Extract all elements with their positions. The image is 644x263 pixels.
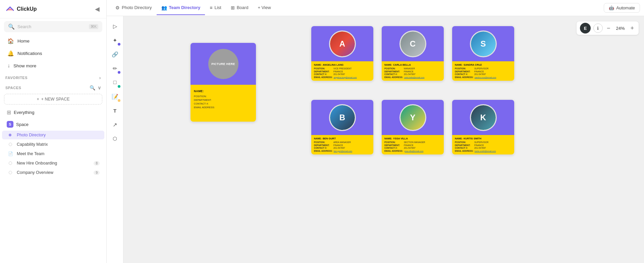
arrow-icon: ↗ <box>113 122 117 128</box>
profile-card-carla-bella: C NAME: CARLA BELLA POSITION: MANAGER DE… <box>382 26 444 81</box>
card-bottom-carla-bella: NAME: CARLA BELLA POSITION: MANAGER DEPA… <box>382 61 444 81</box>
template-card-bottom: NAME: POSITION: DEPARTMENT: CONTACT #: E… <box>191 85 256 122</box>
add-icon: ✦ <box>113 37 117 44</box>
sidebar-header: ClickUp ◀ <box>0 0 106 18</box>
plus-icon: + <box>37 97 39 102</box>
tool-pen[interactable]: ✏ <box>109 62 121 74</box>
profile-card-angelina-lang: A NAME: ANGELINA LANG POSITION: VICE PRE… <box>311 26 373 81</box>
sidebar-item-space[interactable]: S Space <box>2 119 104 130</box>
tool-add[interactable]: ✦ <box>109 34 121 46</box>
card-top-angelina-lang: A <box>311 26 373 61</box>
template-card-top: PICTURE HERE <box>191 43 256 85</box>
tool-shape[interactable]: □ <box>109 76 121 88</box>
shape-dot <box>118 85 120 88</box>
sidebar-item-everything[interactable]: ⊞ Everything <box>2 107 104 118</box>
tab-photo-directory[interactable]: ⚙ Photo Directory <box>111 1 157 15</box>
home-icon: 🏠 <box>7 38 14 44</box>
card-bottom-angelina-lang: NAME: ANGELINA LANG POSITION: VICE PRESI… <box>311 61 373 81</box>
zoom-plus-button[interactable]: + <box>629 24 635 32</box>
search-placeholder: Search <box>17 24 86 29</box>
email-link-angelina-lang[interactable]: angelina.lang@email.com <box>334 76 357 78</box>
email-link-yssa-villa[interactable]: yssa.villa@email.com <box>404 150 424 152</box>
sidebar-item-capability-matrix[interactable]: Capability Matrix <box>2 140 104 149</box>
settings-icon: ⚙ <box>115 5 120 10</box>
arrow-down-icon: ↓ <box>7 63 10 69</box>
zoom-level: 24% <box>614 26 626 31</box>
tab-list[interactable]: ≡ List <box>205 1 226 15</box>
new-space-button[interactable]: + + NEW SPACE <box>4 94 102 105</box>
template-card: PICTURE HERE NAME: POSITION: DEPARTMENT:… <box>191 43 256 122</box>
photo-inner-sandra-cruz: S <box>471 31 496 56</box>
spaces-section: SPACES 🔍 ∨ <box>0 82 106 92</box>
sidebar-collapse-button[interactable]: ◀ <box>94 4 101 14</box>
tool-note[interactable]: 📝 <box>109 90 121 103</box>
favorites-section: FAVORITES › <box>0 72 106 82</box>
email-link-kurtis-smith[interactable]: kurtis.smith@email.com <box>475 150 496 152</box>
tab-team-directory[interactable]: 👥 Team Directory <box>157 1 205 15</box>
photo-inner-carla-bella: C <box>400 31 425 56</box>
robot-icon: 🤖 <box>609 5 614 10</box>
zoom-minus-button[interactable]: − <box>605 24 612 32</box>
card-top-kurtis-smith: K <box>452 100 514 135</box>
pen-icon: ✏ <box>113 65 117 72</box>
picture-placeholder: PICTURE HERE <box>208 49 238 79</box>
tool-connect[interactable]: ⬡ <box>109 133 121 145</box>
cursor-icon: ▷ <box>113 23 117 29</box>
card-bottom-ben-gurt: NAME: BEN GURT POSITION: AREA MANAGER DE… <box>311 135 373 154</box>
search-bar[interactable]: 🔍 Search ⌘K <box>4 21 102 32</box>
card-bottom-kurtis-smith: NAME: KURTIS SMITH POSITION: SUPERVISOR … <box>452 135 514 154</box>
tool-select[interactable]: ▷ <box>109 20 121 32</box>
photo-inner-kurtis-smith: K <box>471 105 496 130</box>
tool-palette: ▷ ✦ 🔗 ✏ □ 📝 T <box>107 16 123 263</box>
photo-inner-angelina-lang: A <box>330 31 355 56</box>
team-icon: 👥 <box>161 5 167 10</box>
card-top-yssa-villa: Y <box>382 100 444 135</box>
logo[interactable]: ClickUp <box>5 4 37 14</box>
photo-ben-gurt: B <box>329 104 356 131</box>
tab-board[interactable]: ⊞ Board <box>226 1 253 15</box>
sidebar-item-show-more[interactable]: ↓ Show more <box>2 60 104 71</box>
search-shortcut: ⌘K <box>89 24 98 29</box>
toolbar: ⚙ Photo Directory 👥 Team Directory ≡ Lis… <box>107 0 644 16</box>
profile-card-sandra-cruz: S NAME: SANDRA CRUZ POSITION: SUPERVISOR… <box>452 26 514 81</box>
tab-add-view[interactable]: + View <box>253 1 275 15</box>
search-icon: 🔍 <box>8 23 15 30</box>
clickup-logo-icon <box>5 4 15 14</box>
photo-sandra-cruz: S <box>470 30 497 57</box>
email-link-ben-gurt[interactable]: ben.gurt@email.com <box>334 150 352 152</box>
email-link-carla-bella[interactable]: carla.bella@email.com <box>404 76 425 78</box>
main-content: ⚙ Photo Directory 👥 Team Directory ≡ Lis… <box>107 0 644 263</box>
sidebar-item-new-hire-onboarding[interactable]: New Hire Onboarding 8 <box>2 159 104 168</box>
pen-dot <box>118 71 120 74</box>
connect-icon: ⬡ <box>113 136 117 142</box>
sidebar-item-photo-directory[interactable]: Photo Directory <box>2 131 104 139</box>
whiteboard[interactable]: E ℹ − 24% + PICTURE HERE NAME: POSITION: <box>123 16 644 263</box>
zoom-controls: E ℹ − 24% + <box>577 21 639 35</box>
card-top-sandra-cruz: S <box>452 26 514 61</box>
tool-arrow[interactable]: ↗ <box>109 119 121 131</box>
photo-carla-bella: C <box>399 30 426 57</box>
link-icon: 🔗 <box>112 51 118 58</box>
sidebar: ClickUp ◀ 🔍 Search ⌘K 🏠 Home 🔔 Notificat… <box>0 0 107 263</box>
sidebar-item-company-overview[interactable]: Company Overview 9 <box>2 168 104 177</box>
card-top-carla-bella: C <box>382 26 444 61</box>
automate-button[interactable]: 🤖 Automate <box>604 3 640 13</box>
spaces-search-icon[interactable]: 🔍 <box>90 85 96 90</box>
sidebar-item-meet-the-team[interactable]: Meet the Team <box>2 149 104 158</box>
sidebar-item-notifications[interactable]: 🔔 Notifications <box>2 48 104 59</box>
photo-yssa-villa: Y <box>399 104 426 131</box>
email-link-sandra-cruz[interactable]: sandra.cruz@email.com <box>475 76 496 78</box>
sidebar-item-home[interactable]: 🏠 Home <box>2 35 104 47</box>
info-button[interactable]: ℹ <box>593 23 603 33</box>
profile-card-yssa-villa: Y NAME: YSSA VILLA POSITION: SECTION MAN… <box>382 100 444 154</box>
tool-text[interactable]: T <box>109 105 121 117</box>
canvas-area: ▷ ✦ 🔗 ✏ □ 📝 T <box>107 16 644 263</box>
shape-icon: □ <box>113 79 117 85</box>
tool-link[interactable]: 🔗 <box>109 48 121 60</box>
favorites-expand-icon[interactable]: › <box>99 75 101 80</box>
spaces-expand-icon[interactable]: ∨ <box>98 85 101 90</box>
photo-kurtis-smith: K <box>470 104 497 131</box>
list-icon: ≡ <box>210 5 212 10</box>
grid-icon: ⊞ <box>7 109 11 116</box>
company-overview-badge: 9 <box>94 171 100 175</box>
